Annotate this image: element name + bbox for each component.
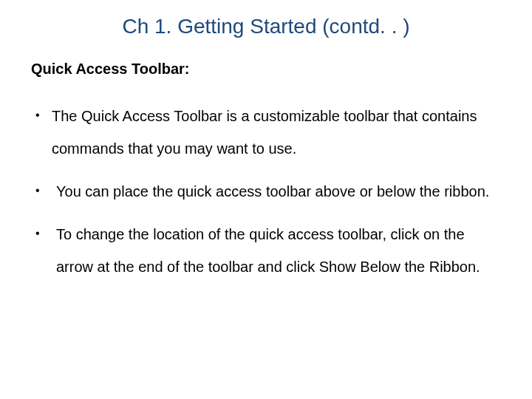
section-subtitle: Quick Access Toolbar:: [31, 61, 501, 78]
page-title: Ch 1. Getting Started (contd. . ): [31, 15, 501, 38]
list-item: The Quick Access Toolbar is a customizab…: [31, 100, 501, 165]
bullet-list: The Quick Access Toolbar is a customizab…: [31, 100, 501, 283]
list-item: You can place the quick access toolbar a…: [31, 175, 501, 208]
list-item: To change the location of the quick acce…: [31, 218, 501, 283]
